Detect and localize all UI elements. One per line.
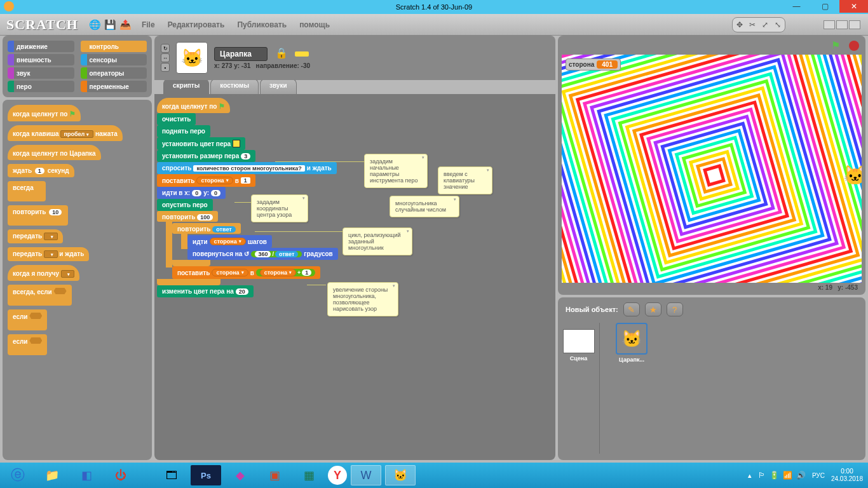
export-icon[interactable] xyxy=(295,51,309,57)
palette-when-flag-block[interactable]: когда щелкнут по ⚑ xyxy=(8,105,81,121)
layout-default-button[interactable] xyxy=(836,20,848,29)
tb-excel-icon[interactable]: ▦ xyxy=(294,465,324,485)
window-close-button[interactable]: ✕ xyxy=(839,0,868,13)
block-when-flag[interactable]: когда щелкнут по ⚑ xyxy=(157,98,230,113)
block-set-var[interactable]: поставить сторона в 1 xyxy=(157,174,255,187)
block-palette[interactable]: когда щелкнут по ⚑ когда клавиша пробел … xyxy=(3,100,152,460)
upload-icon[interactable]: 📤 xyxy=(120,19,132,30)
palette-forever-block[interactable]: всегда xyxy=(8,181,46,201)
comment-loop[interactable]: цикл, реализующий заданный многоугльник xyxy=(342,227,412,255)
comment-random[interactable]: многоугольника случайным числом xyxy=(390,196,459,217)
tray-clock[interactable]: 0:00 24.03.2018 xyxy=(831,468,863,483)
tb-powerpoint-icon[interactable]: ▣ xyxy=(259,465,290,485)
category-control[interactable]: контроль xyxy=(81,41,147,52)
stage[interactable]: сторона 401 🐱 xyxy=(562,55,862,283)
language-icon[interactable]: 🌐 xyxy=(90,19,101,30)
lock-icon[interactable]: 🔒 xyxy=(275,48,288,58)
sprite-list-item[interactable]: 🐱 Царапк... xyxy=(614,323,649,454)
layout-small-button[interactable] xyxy=(824,20,835,29)
block-set-pen-color[interactable]: установить цвет пера xyxy=(157,137,245,150)
block-repeat-inner[interactable]: повторить ответ xyxy=(172,223,241,234)
category-operators[interactable]: операторы xyxy=(81,67,147,79)
palette-broadcast-block[interactable]: передать xyxy=(8,229,63,243)
new-paint-button[interactable]: ✎ xyxy=(623,302,640,316)
category-sensing[interactable]: сенсоры xyxy=(81,54,147,65)
menu-file[interactable]: File xyxy=(139,18,158,32)
tray-flag-icon[interactable]: 🏳 xyxy=(758,471,766,480)
palette-when-clicked-block[interactable]: когда щелкнут по Царапка xyxy=(8,145,101,160)
comment-grow[interactable]: увеличение стороны многоугольника, позво… xyxy=(327,282,398,316)
stamp-tool-icon[interactable]: ✥ xyxy=(734,19,745,30)
sprite-name-field[interactable]: Царапка xyxy=(214,47,268,61)
tb-yandex-icon[interactable]: Y xyxy=(328,466,347,485)
block-set-var-plus-one[interactable]: поставить сторона в сторона + 1 xyxy=(172,266,320,279)
tb-app2-icon[interactable]: ◆ xyxy=(225,465,255,485)
menu-share[interactable]: Публиковать xyxy=(234,18,289,32)
stage-thumbnail[interactable]: Сцена xyxy=(564,323,600,454)
category-looks[interactable]: внешность xyxy=(8,54,74,65)
category-variables[interactable]: переменные xyxy=(81,81,147,92)
tray-language[interactable]: РУС xyxy=(812,472,825,479)
tb-photoshop-icon[interactable]: Ps xyxy=(191,465,221,485)
comment-input[interactable]: введем с клавиатуры значение xyxy=(438,166,492,194)
cut-tool-icon[interactable]: ✂ xyxy=(747,19,758,30)
block-repeat-outer[interactable]: повторить 100 xyxy=(157,211,218,222)
block-pen-down[interactable]: опустить перо xyxy=(157,199,213,211)
new-surprise-button[interactable]: ? xyxy=(667,302,683,316)
tab-scripts[interactable]: скрипты xyxy=(163,79,209,94)
tab-sounds[interactable]: звуки xyxy=(260,79,297,94)
palette-if-block[interactable]: если xyxy=(8,309,47,330)
comment-pen-params[interactable]: зададим начальные параметры инструмента … xyxy=(364,154,428,188)
menu-help[interactable]: помощь xyxy=(297,18,332,32)
rotate-none-button[interactable]: • xyxy=(161,63,170,72)
palette-repeat-block[interactable]: повторить 10 xyxy=(8,205,68,226)
tb-window-icon[interactable]: 🗔 xyxy=(156,465,187,485)
menu-edit[interactable]: Редактировать xyxy=(165,18,227,32)
tab-costumes[interactable]: костюмы xyxy=(210,79,259,94)
block-pen-up[interactable]: поднять перо xyxy=(157,125,210,137)
tb-explorer-icon[interactable]: 📁 xyxy=(37,465,67,485)
palette-wait-block[interactable]: ждать 1 секунд xyxy=(8,164,74,177)
green-flag-button[interactable]: ⚑ xyxy=(831,39,844,52)
tray-battery-icon[interactable]: 🔋 xyxy=(770,471,779,480)
scripts-area[interactable]: когда щелкнут по ⚑ очистить поднять перо… xyxy=(154,94,555,460)
stop-button[interactable] xyxy=(849,41,859,51)
window-minimize-button[interactable]: — xyxy=(782,0,811,13)
grow-tool-icon[interactable]: ⤢ xyxy=(759,19,771,30)
layout-present-button[interactable] xyxy=(849,20,860,29)
tray-volume-icon[interactable]: 🔊 xyxy=(796,471,806,480)
block-clear[interactable]: очистить xyxy=(157,113,196,125)
window-maximize-button[interactable]: ▢ xyxy=(811,0,839,13)
rotate-lr-button[interactable]: ↔ xyxy=(161,53,170,62)
comment-center[interactable]: зададим координаты центра узора xyxy=(251,194,308,222)
tb-word-icon[interactable]: W xyxy=(351,465,381,485)
category-sound[interactable]: звук xyxy=(8,67,74,79)
block-change-pen-color[interactable]: изменить цвет пера на 20 xyxy=(157,285,254,297)
tb-app1-icon[interactable]: ◧ xyxy=(71,465,102,485)
main-script-stack[interactable]: когда щелкнут по ⚑ очистить поднять перо… xyxy=(157,98,338,297)
category-motion[interactable]: движение xyxy=(8,41,74,52)
block-turn[interactable]: повернуться на ↺ 360/ответ градусов xyxy=(187,248,338,260)
palette-when-key-block[interactable]: когда клавиша пробел нажата xyxy=(8,125,123,141)
block-goto-xy[interactable]: идти в x: 0 y: 0 xyxy=(157,187,226,199)
palette-forever-if-block[interactable]: всегда, если xyxy=(8,285,72,306)
stage-sprite-icon[interactable]: 🐱 xyxy=(843,164,862,186)
tb-ie-icon[interactable]: ⓔ xyxy=(3,465,33,485)
palette-when-receive-block[interactable]: когда я получу xyxy=(8,265,79,281)
rotate-free-button[interactable]: ↻ xyxy=(161,44,170,53)
category-pen[interactable]: перо xyxy=(8,81,74,92)
save-icon[interactable]: 💾 xyxy=(105,19,116,30)
block-set-pen-size[interactable]: установить размер пера 3 xyxy=(157,150,255,162)
tray-network-icon[interactable]: 📶 xyxy=(783,471,792,480)
sprite-thumbnail[interactable]: 🐱 xyxy=(176,42,208,74)
tb-scratch-icon[interactable]: 🐱 xyxy=(385,465,416,485)
palette-broadcast-wait-block[interactable]: передать и ждать xyxy=(8,247,89,261)
tray-show-hidden-icon[interactable]: ▴ xyxy=(748,471,752,480)
new-import-button[interactable]: ★ xyxy=(645,302,661,316)
block-ask[interactable]: спросить количество сторон многоугольник… xyxy=(157,162,337,174)
shrink-tool-icon[interactable]: ⤡ xyxy=(772,19,783,30)
block-move-steps[interactable]: идти сторона шагов xyxy=(187,235,272,248)
stage-variable-monitor[interactable]: сторона 401 xyxy=(566,58,621,71)
tb-power-icon[interactable]: ⏻ xyxy=(105,465,136,485)
palette-if2-block[interactable]: если xyxy=(8,334,47,355)
